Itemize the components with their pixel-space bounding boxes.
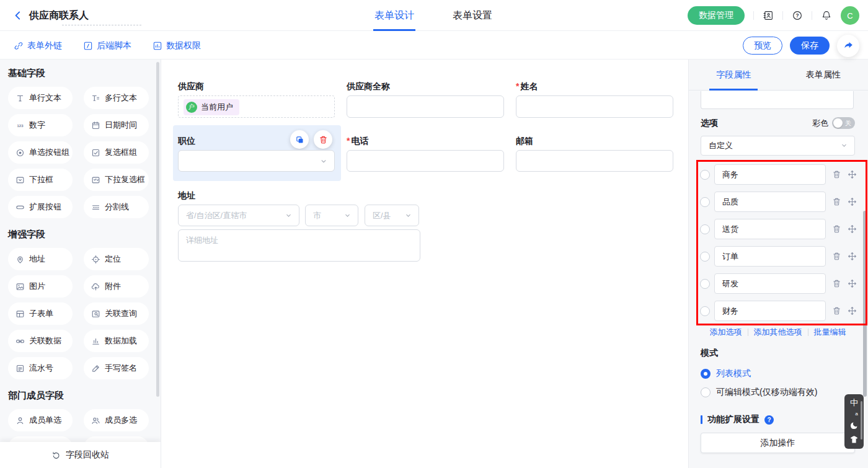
color-toggle[interactable]: 关 <box>832 117 855 129</box>
panel-scrollbar[interactable] <box>863 211 867 397</box>
help-icon[interactable]: ? <box>792 10 803 21</box>
option-radio[interactable] <box>700 197 710 207</box>
sidebar-field-item[interactable]: 关联数据 <box>8 330 73 352</box>
sidebar-field-label: 分割线 <box>105 201 129 213</box>
option-action-link[interactable]: 批量编辑 <box>814 327 846 338</box>
toolbar-link[interactable]: 数据权限 <box>153 40 201 51</box>
help-badge-icon[interactable]: ? <box>764 415 774 425</box>
option-radio[interactable] <box>700 252 710 262</box>
option-input[interactable] <box>714 301 826 321</box>
save-button[interactable]: 保存 <box>790 37 830 55</box>
name-field[interactable] <box>516 95 673 118</box>
sidebar-field-item[interactable]: 手写签名 <box>84 357 149 379</box>
sidebar-field-item[interactable]: 附件 <box>84 275 149 298</box>
topbar-tab[interactable]: 表单设置 <box>453 0 492 31</box>
toolbar-link[interactable]: 表单外链 <box>14 40 62 51</box>
sidebar-field-item[interactable]: 图片 <box>8 275 73 298</box>
delete-field-button[interactable] <box>314 130 332 149</box>
moon-icon[interactable] <box>849 421 859 430</box>
field-recycle-bin[interactable]: 字段回收站 <box>0 442 161 468</box>
sidebar-field-item[interactable]: 单行文本 <box>8 87 73 109</box>
trash-icon[interactable] <box>832 279 841 288</box>
move-icon[interactable] <box>848 279 857 288</box>
supplier-full-field[interactable] <box>347 95 504 118</box>
sidebar-field-item[interactable]: 下拉框 <box>8 169 73 191</box>
sidebar-field-label: 下拉框 <box>29 174 53 185</box>
supplier-field[interactable]: 户 当前用户 <box>178 95 335 118</box>
sidebar-field-item[interactable]: 地址 <box>8 248 73 270</box>
option-action-link[interactable]: 添加选项 <box>710 327 742 338</box>
sidebar-field-item[interactable]: 子表单 <box>8 302 73 325</box>
trash-icon[interactable] <box>832 197 841 206</box>
move-icon[interactable] <box>848 306 857 316</box>
option-input[interactable] <box>714 164 826 185</box>
option-input[interactable] <box>714 273 826 294</box>
sidebar-field-item[interactable]: 分割线 <box>84 196 149 218</box>
trash-icon[interactable] <box>832 306 841 316</box>
option-radio[interactable] <box>700 306 710 316</box>
back-button[interactable] <box>12 10 24 21</box>
shirt-icon[interactable] <box>849 435 859 444</box>
sidebar-scrollbar[interactable] <box>156 62 159 397</box>
sidebar-field-item[interactable]: 关联查询 <box>84 302 149 325</box>
add-action-button[interactable]: 添加操作 <box>701 433 855 453</box>
sidebar-field-item[interactable]: 下拉复选框 <box>84 169 149 191</box>
field-title-input[interactable] <box>701 91 854 109</box>
option-source-select[interactable]: 自定义 <box>701 136 855 156</box>
current-user-tag[interactable]: 户 当前用户 <box>184 99 239 115</box>
sidebar-section-title: 增强字段 <box>8 228 161 241</box>
phone-field[interactable] <box>347 150 504 172</box>
mode-option[interactable]: 可编辑模式(仅移动端有效) <box>701 386 855 399</box>
sidebar-field-item[interactable]: 扩展按钮 <box>8 196 73 218</box>
sidebar-field-item[interactable]: 多行文本 <box>84 87 149 109</box>
translate-sub-icon[interactable]: a <box>855 412 857 417</box>
position-select[interactable] <box>178 150 335 172</box>
sidebar-field-label: 成员多选 <box>105 415 137 426</box>
topbar-tab[interactable]: 表单设计 <box>374 0 414 31</box>
detail-address-textarea[interactable]: 详细地址 <box>178 229 420 262</box>
option-input[interactable] <box>714 192 826 212</box>
province-select[interactable]: 省/自治区/直辖市 <box>178 205 299 226</box>
trash-icon[interactable] <box>832 170 841 179</box>
move-icon[interactable] <box>848 252 857 261</box>
sidebar-field-item[interactable]: 日期时间 <box>84 114 149 136</box>
sidebar-field-item[interactable]: 复选框组 <box>84 141 149 164</box>
option-radio[interactable] <box>700 224 710 234</box>
sidebar-field-item[interactable]: 123数字 <box>8 114 73 136</box>
separator <box>748 329 748 336</box>
data-manage-button[interactable]: 数据管理 <box>688 6 745 25</box>
move-icon[interactable] <box>848 224 857 234</box>
move-icon[interactable] <box>848 197 857 206</box>
copy-field-button[interactable] <box>290 130 309 149</box>
move-icon[interactable] <box>848 170 857 179</box>
sidebar-field-item[interactable]: 数据加载 <box>84 330 149 352</box>
translate-icon[interactable]: 中 <box>850 399 858 407</box>
district-select[interactable]: 区/县 <box>365 205 419 226</box>
share-button[interactable] <box>837 35 859 57</box>
sidebar-field-item[interactable]: 单选按钮组 <box>8 141 73 164</box>
option-radio[interactable] <box>700 170 710 180</box>
trash-icon[interactable] <box>832 252 841 261</box>
mode-option[interactable]: 列表模式 <box>701 368 855 380</box>
bell-icon[interactable] <box>821 10 832 21</box>
sidebar-field-item[interactable]: 成员单选 <box>8 409 73 431</box>
option-action-link[interactable]: 添加其他选项 <box>754 327 802 338</box>
radio-icon[interactable] <box>701 387 711 397</box>
toolbar-link[interactable]: 后端脚本 <box>83 40 131 51</box>
email-field[interactable] <box>516 150 673 172</box>
option-input[interactable] <box>714 219 826 239</box>
panel-tab[interactable]: 表单属性 <box>779 60 868 90</box>
avatar[interactable]: C <box>841 6 859 25</box>
panel-tab[interactable]: 字段属性 <box>689 60 779 90</box>
address-book-icon[interactable] <box>763 10 774 21</box>
sidebar-field-label: 下拉复选框 <box>105 174 145 185</box>
city-select[interactable]: 市 <box>305 205 358 226</box>
preview-button[interactable]: 预览 <box>743 37 782 55</box>
trash-icon[interactable] <box>832 224 841 234</box>
sidebar-field-item[interactable]: 定位 <box>84 248 149 270</box>
sidebar-field-item[interactable]: 流水号 <box>8 357 73 379</box>
sidebar-field-item[interactable]: 成员多选 <box>84 409 149 431</box>
radio-icon[interactable] <box>701 369 711 379</box>
option-radio[interactable] <box>700 279 710 289</box>
option-input[interactable] <box>714 246 826 267</box>
